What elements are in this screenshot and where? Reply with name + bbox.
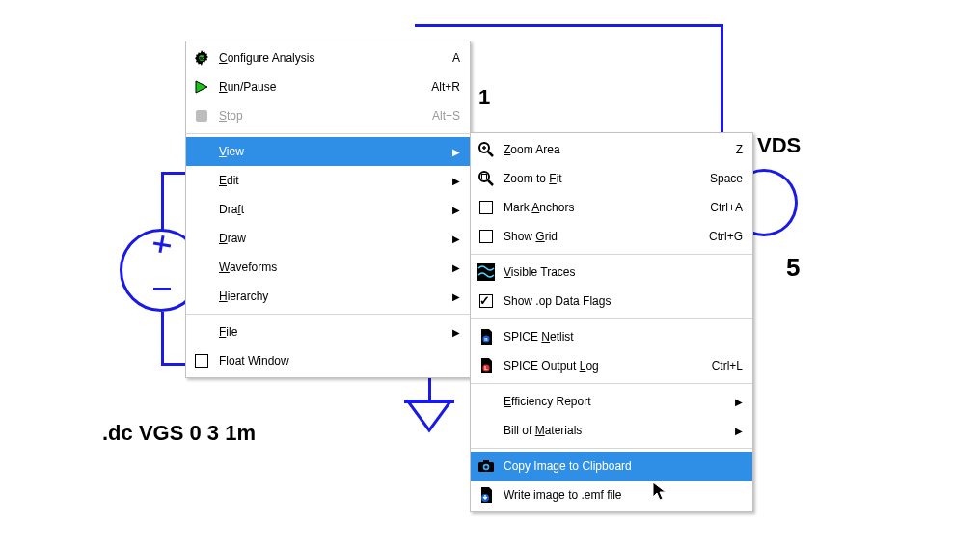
svg-rect-13 xyxy=(477,263,495,281)
svg-marker-0 xyxy=(408,401,450,430)
log-icon: L xyxy=(476,356,496,375)
submenu-arrow-icon: ▶ xyxy=(735,397,743,407)
menu-separator xyxy=(471,448,752,449)
menu-item-spice-netlist[interactable]: n SPICE Netlist xyxy=(471,322,752,351)
menu-shortcut: Z xyxy=(736,143,743,156)
menu-item-label: Zoom Area xyxy=(504,143,707,156)
context-menu: ac Configure Analysis A Run/Pause Alt+R … xyxy=(185,41,471,378)
menu-item-float-window[interactable]: Float Window xyxy=(186,346,470,375)
wire xyxy=(161,174,164,232)
blank-icon xyxy=(192,322,211,342)
menu-separator xyxy=(471,318,752,319)
blank-icon xyxy=(192,200,211,219)
blank-icon xyxy=(192,142,211,161)
mouse-cursor xyxy=(652,482,667,503)
menu-item-configure-analysis[interactable]: ac Configure Analysis A xyxy=(186,43,470,72)
menu-item-efficiency-report[interactable]: Efficiency Report ▶ xyxy=(471,387,752,416)
camera-icon xyxy=(476,456,496,476)
menu-item-label: Waveforms xyxy=(219,261,433,274)
wire xyxy=(161,312,164,365)
menu-item-edit[interactable]: Edit ▶ xyxy=(186,166,470,195)
svg-marker-4 xyxy=(196,81,207,93)
menu-item-visible-traces[interactable]: Visible Traces xyxy=(471,258,752,287)
menu-item-mark-anchors[interactable]: Mark Anchors Ctrl+A xyxy=(471,193,752,222)
submenu-arrow-icon: ▶ xyxy=(452,327,460,338)
svg-text:ac: ac xyxy=(199,55,204,61)
menu-item-label: Draw xyxy=(219,232,433,245)
blank-icon xyxy=(192,171,211,190)
menu-item-hierarchy[interactable]: Hierarchy ▶ xyxy=(186,282,470,311)
menu-item-zoom-area[interactable]: Zoom Area Z xyxy=(471,135,752,164)
submenu-arrow-icon: ▶ xyxy=(452,234,460,244)
menu-item-label: SPICE Netlist xyxy=(504,330,743,344)
wire xyxy=(415,24,723,27)
menu-item-show-op-flags[interactable]: Show .op Data Flags xyxy=(471,287,752,316)
menu-separator xyxy=(471,383,752,384)
menu-item-draw[interactable]: Draw ▶ xyxy=(186,224,470,253)
menu-item-label: Efficiency Report xyxy=(504,395,716,408)
svg-point-21 xyxy=(484,465,487,468)
menu-item-label: SPICE Output Log xyxy=(504,359,683,373)
checkbox-checked-icon xyxy=(476,291,496,311)
menu-item-label: Bill of Materials xyxy=(504,424,716,437)
menu-item-zoom-fit[interactable]: Zoom to Fit Space xyxy=(471,164,752,193)
menu-item-stop: Stop Alt+S xyxy=(186,101,470,130)
component-label-m1: 1 xyxy=(478,85,490,110)
menu-item-label: Write image to .emf file xyxy=(504,488,743,502)
zoom-in-icon xyxy=(476,140,496,159)
svg-rect-12 xyxy=(482,175,487,179)
menu-item-copy-image-clipboard[interactable]: Copy Image to Clipboard xyxy=(471,452,752,481)
menu-item-waveforms[interactable]: Waveforms ▶ xyxy=(186,253,470,282)
menu-item-label: Mark Anchors xyxy=(504,201,681,214)
menu-item-view[interactable]: View ▶ xyxy=(186,137,470,166)
menu-separator xyxy=(186,133,470,134)
menu-item-label: Edit xyxy=(219,174,433,187)
svg-point-10 xyxy=(479,172,489,181)
submenu-arrow-icon: ▶ xyxy=(452,291,460,302)
submenu-arrow-icon: ▶ xyxy=(452,262,460,273)
menu-item-run-pause[interactable]: Run/Pause Alt+R xyxy=(186,72,470,101)
component-value-5: 5 xyxy=(786,253,800,283)
submenu-arrow-icon: ▶ xyxy=(452,147,460,157)
spice-directive[interactable]: .dc VGS 0 3 1m xyxy=(102,421,256,446)
menu-item-label: Draft xyxy=(219,203,433,216)
stop-icon xyxy=(192,106,211,125)
checkbox-empty-icon xyxy=(476,227,496,246)
component-label-vds: VDS xyxy=(757,133,801,158)
menu-item-label: File xyxy=(219,325,433,339)
menu-item-bill-of-materials[interactable]: Bill of Materials ▶ xyxy=(471,416,752,445)
menu-separator xyxy=(471,254,752,255)
menu-item-spice-output-log[interactable]: L SPICE Output Log Ctrl+L xyxy=(471,351,752,380)
view-submenu: Zoom Area Z Zoom to Fit Space Mark Ancho… xyxy=(470,132,753,512)
menu-item-label: Show Grid xyxy=(504,230,680,243)
menu-item-draft[interactable]: Draft ▶ xyxy=(186,195,470,224)
submenu-arrow-icon: ▶ xyxy=(452,205,460,215)
submenu-arrow-icon: ▶ xyxy=(452,176,460,186)
submenu-arrow-icon: ▶ xyxy=(735,426,743,436)
menu-shortcut: Alt+S xyxy=(432,109,460,123)
menu-shortcut: Ctrl+G xyxy=(709,230,743,243)
menu-item-label: Show .op Data Flags xyxy=(504,294,743,308)
svg-line-11 xyxy=(488,180,493,185)
wire xyxy=(721,24,723,140)
menu-item-file[interactable]: File ▶ xyxy=(186,317,470,346)
menu-item-label: Float Window xyxy=(219,354,460,368)
play-icon xyxy=(192,77,211,97)
checkbox-empty-icon xyxy=(476,198,496,217)
menu-item-write-emf[interactable]: Write image to .emf file xyxy=(471,481,752,510)
menu-shortcut: Ctrl+L xyxy=(712,359,743,373)
netlist-icon: n xyxy=(476,327,496,346)
menu-item-label: View xyxy=(219,145,433,158)
menu-item-show-grid[interactable]: Show Grid Ctrl+G xyxy=(471,222,752,251)
blank-icon xyxy=(192,258,211,277)
waves-icon xyxy=(476,262,496,282)
svg-rect-5 xyxy=(196,110,207,122)
svg-rect-19 xyxy=(483,460,489,463)
menu-shortcut: Ctrl+A xyxy=(710,201,743,214)
menu-item-label: Copy Image to Clipboard xyxy=(504,459,743,473)
blank-icon xyxy=(476,392,496,411)
blank-icon xyxy=(192,287,211,306)
zoom-fit-icon xyxy=(476,169,496,188)
menu-shortcut: Space xyxy=(710,172,743,185)
menu-shortcut: Alt+R xyxy=(431,80,460,94)
